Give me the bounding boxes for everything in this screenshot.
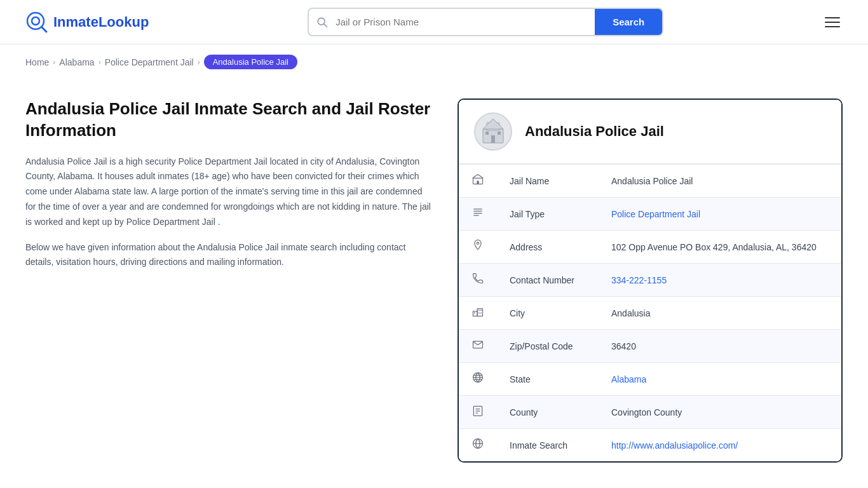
table-value[interactable]: http://www.andalusiapolice.com/ [599, 429, 841, 462]
chevron-icon-1: › [53, 58, 55, 67]
menu-button[interactable] [822, 15, 843, 30]
pin-icon [459, 231, 497, 264]
search-button[interactable]: Search [595, 9, 662, 35]
table-value[interactable]: Alabama [599, 363, 841, 396]
table-label: County [497, 396, 599, 429]
table-label: Zip/Postal Code [497, 330, 599, 363]
search-input[interactable] [336, 10, 595, 34]
breadcrumb-home[interactable]: Home [25, 57, 49, 67]
city-icon [459, 297, 497, 330]
jail-avatar [474, 112, 512, 151]
county-icon [459, 396, 497, 429]
table-value: Andalusia Police Jail [599, 165, 841, 198]
description-paragraph-1: Andalusia Police Jail is a high security… [25, 154, 432, 230]
breadcrumb-state[interactable]: Alabama [59, 57, 94, 67]
list-icon [459, 198, 497, 231]
logo-text: InmateLookup [53, 14, 149, 30]
building-icon [479, 118, 507, 146]
table-row: Jail TypePolice Department Jail [459, 198, 841, 231]
svg-rect-19 [473, 311, 478, 316]
svg-rect-7 [491, 135, 495, 143]
table-label: Inmate Search [497, 429, 599, 462]
table-row: Zip/Postal Code36420 [459, 330, 841, 363]
svg-rect-24 [478, 313, 480, 314]
globe-icon [459, 363, 497, 396]
page-title: Andalusia Police Jail Inmate Search and … [25, 98, 432, 142]
table-value: Andalusia [599, 297, 841, 330]
main-content: Andalusia Police Jail Inmate Search and … [0, 79, 868, 488]
svg-rect-22 [478, 310, 480, 311]
table-row: Contact Number334-222-1155 [459, 264, 841, 297]
table-value: 102 Opp Avenue PO Box 429, Andalusia, AL… [599, 231, 841, 264]
table-value[interactable]: Police Department Jail [599, 198, 841, 231]
chevron-icon-2: › [98, 58, 101, 67]
jail-icon [459, 165, 497, 198]
table-value-link[interactable]: 334-222-1155 [611, 275, 667, 285]
header: InmateLookup Search [0, 0, 868, 44]
logo-icon [25, 11, 48, 34]
table-row: StateAlabama [459, 363, 841, 396]
svg-rect-20 [477, 309, 482, 316]
logo[interactable]: InmateLookup [25, 11, 149, 34]
table-row: CityAndalusia [459, 297, 841, 330]
svg-rect-25 [480, 313, 482, 314]
table-value: 36420 [599, 330, 841, 363]
search-bar: Search [308, 8, 663, 36]
svg-line-2 [42, 27, 46, 32]
left-column: Andalusia Police Jail Inmate Search and … [25, 98, 432, 280]
svg-point-18 [477, 242, 478, 244]
mail-icon [459, 330, 497, 363]
info-card: Andalusia Police Jail Jail NameAndalusia… [458, 98, 843, 463]
search-web-icon [459, 429, 497, 462]
table-value-link[interactable]: http://www.andalusiapolice.com/ [611, 440, 738, 451]
svg-rect-21 [474, 313, 475, 314]
chevron-icon-3: › [198, 58, 200, 67]
svg-rect-8 [485, 132, 489, 135]
svg-rect-13 [477, 181, 478, 184]
svg-rect-9 [498, 132, 501, 135]
phone-icon [459, 264, 497, 297]
table-label: Address [497, 231, 599, 264]
svg-marker-11 [483, 119, 503, 129]
table-value[interactable]: 334-222-1155 [599, 264, 841, 297]
table-label: State [497, 363, 599, 396]
description-paragraph-2: Below we have given information about th… [25, 240, 432, 271]
search-bar-icon [309, 17, 336, 28]
breadcrumb-type[interactable]: Police Department Jail [105, 57, 194, 67]
table-label: Jail Type [497, 198, 599, 231]
breadcrumb-current: Andalusia Police Jail [204, 55, 297, 69]
table-row: Address102 Opp Avenue PO Box 429, Andalu… [459, 231, 841, 264]
table-label: City [497, 297, 599, 330]
svg-rect-23 [480, 310, 482, 311]
table-value: Covington County [599, 396, 841, 429]
table-row: CountyCovington County [459, 396, 841, 429]
table-label: Jail Name [497, 165, 599, 198]
svg-point-1 [32, 17, 39, 25]
svg-line-4 [324, 24, 327, 27]
table-row: Inmate Searchhttp://www.andalusiapolice.… [459, 429, 841, 462]
table-value-link[interactable]: Alabama [611, 374, 646, 384]
breadcrumb: Home › Alabama › Police Department Jail … [0, 44, 868, 79]
info-table: Jail NameAndalusia Police JailJail TypeP… [459, 164, 841, 461]
table-value-link[interactable]: Police Department Jail [611, 209, 700, 219]
card-header: Andalusia Police Jail [459, 100, 841, 164]
card-title: Andalusia Police Jail [525, 123, 664, 140]
table-label: Contact Number [497, 264, 599, 297]
table-row: Jail NameAndalusia Police Jail [459, 165, 841, 198]
